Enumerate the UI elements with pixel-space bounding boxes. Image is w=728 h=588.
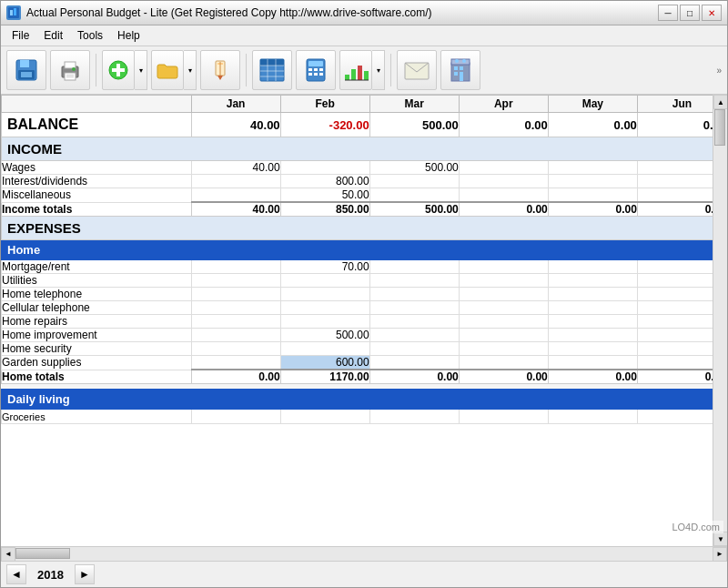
utilities-may[interactable] (548, 274, 637, 288)
home-improvement-jan[interactable] (191, 329, 280, 342)
home-totals-may[interactable]: 0.00 (548, 370, 637, 384)
chart-button[interactable] (339, 50, 372, 90)
home-repairs-jan[interactable] (191, 315, 280, 329)
home-repairs-apr[interactable] (459, 315, 548, 329)
utilities-jan[interactable] (191, 274, 280, 288)
garden-supplies-feb[interactable]: 600.00 (280, 356, 369, 370)
close-button[interactable]: ✕ (702, 5, 722, 21)
home-telephone-may[interactable] (548, 288, 637, 301)
groceries-mar[interactable] (369, 410, 459, 424)
balance-jan[interactable]: 40.00 (191, 113, 280, 137)
mortgage-apr[interactable] (459, 260, 548, 274)
home-security-jan[interactable] (191, 342, 280, 356)
add-button[interactable] (102, 50, 135, 90)
mortgage-feb[interactable]: 70.00 (280, 260, 369, 274)
misc-may[interactable] (548, 188, 637, 203)
prev-year-button[interactable]: ◄ (6, 564, 26, 584)
misc-mar[interactable] (369, 188, 459, 203)
utilities-mar[interactable] (369, 274, 459, 288)
income-totals-mar[interactable]: 500.00 (369, 202, 459, 217)
home-repairs-mar[interactable] (369, 315, 459, 329)
mortgage-mar[interactable] (369, 260, 459, 274)
h-scroll-track[interactable] (15, 547, 713, 562)
garden-supplies-mar[interactable] (369, 356, 459, 370)
table-scroll-area[interactable]: Jan Feb Mar Apr May Jun BALANCE (1, 95, 727, 546)
edit-button[interactable] (200, 50, 240, 90)
home-security-may[interactable] (548, 342, 637, 356)
vertical-scrollbar[interactable]: ▲ ▼ (713, 95, 727, 546)
menu-edit[interactable]: Edit (36, 27, 70, 44)
scroll-up-button[interactable]: ▲ (713, 95, 727, 109)
home-totals-mar[interactable]: 0.00 (369, 370, 459, 384)
print-button[interactable] (50, 50, 90, 90)
groceries-feb[interactable] (280, 410, 369, 424)
envelope-button[interactable] (397, 50, 437, 90)
misc-apr[interactable] (459, 188, 548, 203)
balance-mar[interactable]: 500.00 (369, 113, 459, 137)
home-security-mar[interactable] (369, 342, 459, 356)
scroll-left-button[interactable]: ◄ (1, 547, 15, 562)
home-security-feb[interactable] (280, 342, 369, 356)
balance-apr[interactable]: 0.00 (459, 113, 548, 137)
interest-mar[interactable] (369, 175, 459, 188)
garden-supplies-may[interactable] (548, 356, 637, 370)
home-improvement-feb[interactable]: 500.00 (280, 329, 369, 342)
interest-feb[interactable]: 800.00 (280, 175, 369, 188)
mortgage-may[interactable] (548, 260, 637, 274)
interest-jan[interactable] (191, 175, 280, 188)
menu-file[interactable]: File (5, 27, 36, 44)
balance-may[interactable]: 0.00 (548, 113, 637, 137)
home-totals-apr[interactable]: 0.00 (459, 370, 548, 384)
home-improvement-mar[interactable] (369, 329, 459, 342)
home-totals-jan[interactable]: 0.00 (191, 370, 280, 384)
home-telephone-apr[interactable] (459, 288, 548, 301)
income-totals-may[interactable]: 0.00 (548, 202, 637, 217)
building-button[interactable] (440, 50, 480, 90)
garden-supplies-apr[interactable] (459, 356, 548, 370)
wages-apr[interactable] (459, 161, 548, 175)
income-totals-apr[interactable]: 0.00 (459, 202, 548, 217)
interest-may[interactable] (548, 175, 637, 188)
next-year-button[interactable]: ► (75, 564, 95, 584)
folder-button[interactable] (151, 50, 184, 90)
misc-jan[interactable] (191, 188, 280, 203)
utilities-apr[interactable] (459, 274, 548, 288)
h-scroll-thumb[interactable] (15, 548, 70, 559)
home-improvement-may[interactable] (548, 329, 637, 342)
home-repairs-feb[interactable] (280, 315, 369, 329)
utilities-feb[interactable] (280, 274, 369, 288)
groceries-apr[interactable] (459, 410, 548, 424)
home-security-apr[interactable] (459, 342, 548, 356)
cellular-may[interactable] (548, 301, 637, 315)
home-telephone-jan[interactable] (191, 288, 280, 301)
wages-may[interactable] (548, 161, 637, 175)
interest-apr[interactable] (459, 175, 548, 188)
mortgage-jan[interactable] (191, 260, 280, 274)
save-button[interactable] (6, 50, 46, 90)
home-telephone-mar[interactable] (369, 288, 459, 301)
chart-dropdown[interactable]: ▾ (372, 50, 385, 90)
garden-supplies-jan[interactable] (191, 356, 280, 370)
menu-tools[interactable]: Tools (70, 27, 110, 44)
menu-help[interactable]: Help (110, 27, 147, 44)
balance-feb[interactable]: -320.00 (280, 113, 369, 137)
groceries-jan[interactable] (191, 410, 280, 424)
home-improvement-apr[interactable] (459, 329, 548, 342)
cellular-apr[interactable] (459, 301, 548, 315)
cellular-jan[interactable] (191, 301, 280, 315)
horizontal-scrollbar[interactable]: ◄ ► (1, 546, 727, 561)
scroll-thumb[interactable] (714, 109, 725, 146)
home-repairs-may[interactable] (548, 315, 637, 329)
calculator-button[interactable] (296, 50, 336, 90)
maximize-button[interactable]: □ (680, 5, 700, 21)
add-dropdown[interactable]: ▾ (135, 50, 147, 90)
misc-feb[interactable]: 50.00 (280, 188, 369, 203)
scroll-down-button[interactable]: ▼ (713, 532, 727, 546)
groceries-may[interactable] (548, 410, 637, 424)
income-totals-feb[interactable]: 850.00 (280, 202, 369, 217)
scroll-track[interactable] (713, 109, 727, 532)
cellular-feb[interactable] (280, 301, 369, 315)
folder-dropdown[interactable]: ▾ (184, 50, 197, 90)
income-totals-jan[interactable]: 40.00 (191, 202, 280, 217)
wages-feb[interactable] (280, 161, 369, 175)
